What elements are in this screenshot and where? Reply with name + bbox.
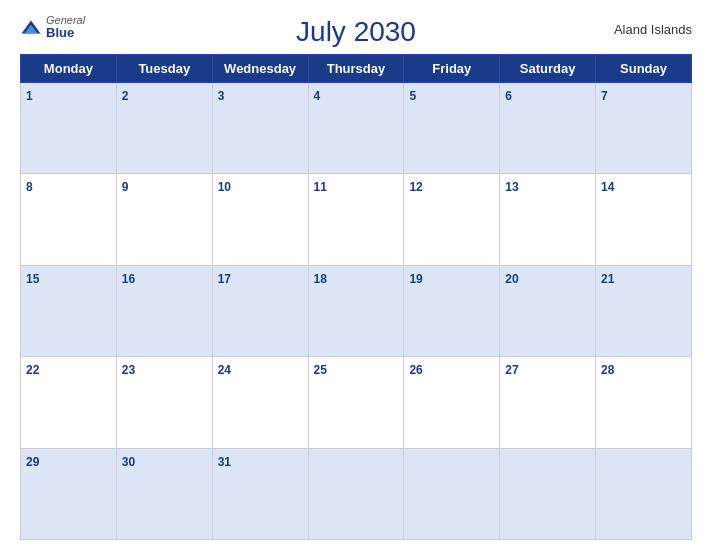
logo-blue: Blue [46,26,85,40]
date-number: 25 [314,363,327,377]
week-row-1: 1234567 [21,83,692,174]
day-cell-17: 17 [212,265,308,356]
day-cell-10: 10 [212,174,308,265]
day-cell-30: 30 [116,448,212,539]
empty-day-cell [308,448,404,539]
day-cell-15: 15 [21,265,117,356]
day-cell-16: 16 [116,265,212,356]
date-number: 31 [218,455,231,469]
day-cell-13: 13 [500,174,596,265]
day-cell-4: 4 [308,83,404,174]
day-cell-27: 27 [500,357,596,448]
logo-icon [20,19,42,35]
calendar-title: July 2030 [296,16,416,48]
week-row-3: 15161718192021 [21,265,692,356]
day-cell-23: 23 [116,357,212,448]
day-cell-9: 9 [116,174,212,265]
date-number: 17 [218,272,231,286]
day-cell-22: 22 [21,357,117,448]
day-cell-20: 20 [500,265,596,356]
weekday-saturday: Saturday [500,55,596,83]
date-number: 6 [505,89,512,103]
date-number: 11 [314,180,327,194]
date-number: 20 [505,272,518,286]
day-cell-19: 19 [404,265,500,356]
weekday-header-row: MondayTuesdayWednesdayThursdayFridaySatu… [21,55,692,83]
weekday-monday: Monday [21,55,117,83]
empty-day-cell [500,448,596,539]
date-number: 13 [505,180,518,194]
date-number: 8 [26,180,33,194]
empty-day-cell [404,448,500,539]
region-label: Aland Islands [614,22,692,37]
weekday-sunday: Sunday [596,55,692,83]
date-number: 12 [409,180,422,194]
weekday-tuesday: Tuesday [116,55,212,83]
day-cell-8: 8 [21,174,117,265]
day-cell-3: 3 [212,83,308,174]
calendar-header: General Blue July 2030 Aland Islands [20,10,692,48]
date-number: 5 [409,89,416,103]
day-cell-21: 21 [596,265,692,356]
date-number: 15 [26,272,39,286]
day-cell-24: 24 [212,357,308,448]
week-row-4: 22232425262728 [21,357,692,448]
date-number: 1 [26,89,33,103]
weekday-wednesday: Wednesday [212,55,308,83]
date-number: 22 [26,363,39,377]
day-cell-31: 31 [212,448,308,539]
date-number: 2 [122,89,129,103]
date-number: 3 [218,89,225,103]
week-row-2: 891011121314 [21,174,692,265]
day-cell-18: 18 [308,265,404,356]
day-cell-6: 6 [500,83,596,174]
weekday-thursday: Thursday [308,55,404,83]
day-cell-29: 29 [21,448,117,539]
date-number: 29 [26,455,39,469]
date-number: 24 [218,363,231,377]
date-number: 23 [122,363,135,377]
day-cell-26: 26 [404,357,500,448]
date-number: 16 [122,272,135,286]
date-number: 26 [409,363,422,377]
date-number: 21 [601,272,614,286]
calendar-table: MondayTuesdayWednesdayThursdayFridaySatu… [20,54,692,540]
date-number: 14 [601,180,614,194]
date-number: 18 [314,272,327,286]
day-cell-28: 28 [596,357,692,448]
date-number: 4 [314,89,321,103]
day-cell-1: 1 [21,83,117,174]
day-cell-2: 2 [116,83,212,174]
date-number: 28 [601,363,614,377]
date-number: 7 [601,89,608,103]
logo: General Blue [20,14,85,40]
day-cell-7: 7 [596,83,692,174]
day-cell-12: 12 [404,174,500,265]
date-number: 30 [122,455,135,469]
date-number: 9 [122,180,129,194]
week-row-5: 293031 [21,448,692,539]
weekday-friday: Friday [404,55,500,83]
day-cell-11: 11 [308,174,404,265]
day-cell-5: 5 [404,83,500,174]
date-number: 19 [409,272,422,286]
date-number: 27 [505,363,518,377]
date-number: 10 [218,180,231,194]
day-cell-14: 14 [596,174,692,265]
day-cell-25: 25 [308,357,404,448]
empty-day-cell [596,448,692,539]
